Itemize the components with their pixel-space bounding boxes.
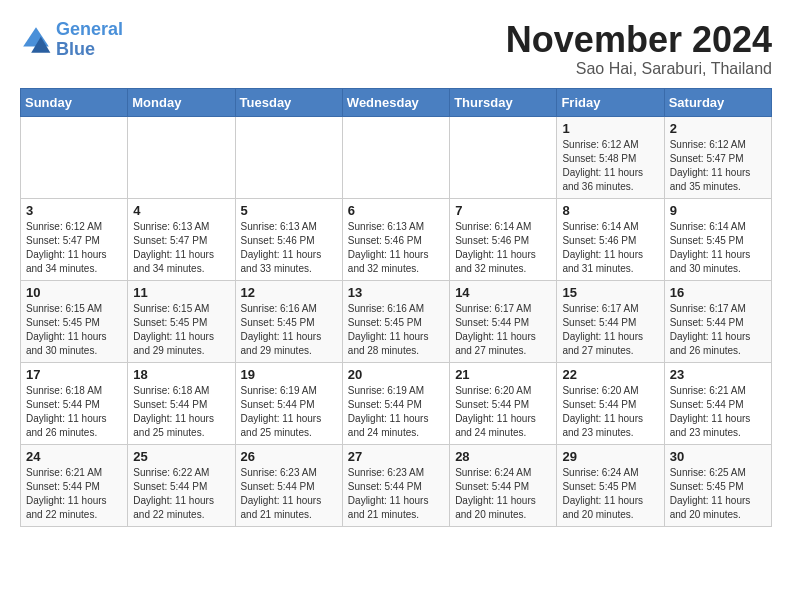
day-number: 5 (241, 203, 337, 218)
logo-line2: Blue (56, 39, 95, 59)
day-number: 20 (348, 367, 444, 382)
day-number: 7 (455, 203, 551, 218)
week-row-5: 24Sunrise: 6:21 AM Sunset: 5:44 PM Dayli… (21, 444, 772, 526)
day-number: 12 (241, 285, 337, 300)
day-number: 6 (348, 203, 444, 218)
day-info: Sunrise: 6:23 AM Sunset: 5:44 PM Dayligh… (241, 466, 337, 522)
day-info: Sunrise: 6:19 AM Sunset: 5:44 PM Dayligh… (348, 384, 444, 440)
calendar-cell: 22Sunrise: 6:20 AM Sunset: 5:44 PM Dayli… (557, 362, 664, 444)
title-area: November 2024 Sao Hai, Saraburi, Thailan… (506, 20, 772, 78)
calendar-cell: 9Sunrise: 6:14 AM Sunset: 5:45 PM Daylig… (664, 198, 771, 280)
day-info: Sunrise: 6:23 AM Sunset: 5:44 PM Dayligh… (348, 466, 444, 522)
day-info: Sunrise: 6:17 AM Sunset: 5:44 PM Dayligh… (455, 302, 551, 358)
day-number: 17 (26, 367, 122, 382)
day-info: Sunrise: 6:12 AM Sunset: 5:48 PM Dayligh… (562, 138, 658, 194)
calendar-cell: 4Sunrise: 6:13 AM Sunset: 5:47 PM Daylig… (128, 198, 235, 280)
day-number: 13 (348, 285, 444, 300)
calendar-cell: 11Sunrise: 6:15 AM Sunset: 5:45 PM Dayli… (128, 280, 235, 362)
calendar-cell: 16Sunrise: 6:17 AM Sunset: 5:44 PM Dayli… (664, 280, 771, 362)
day-info: Sunrise: 6:15 AM Sunset: 5:45 PM Dayligh… (133, 302, 229, 358)
logo-line1: General (56, 19, 123, 39)
weekday-header-friday: Friday (557, 88, 664, 116)
day-info: Sunrise: 6:22 AM Sunset: 5:44 PM Dayligh… (133, 466, 229, 522)
weekday-header-sunday: Sunday (21, 88, 128, 116)
header: General Blue November 2024 Sao Hai, Sara… (20, 20, 772, 78)
day-info: Sunrise: 6:13 AM Sunset: 5:46 PM Dayligh… (241, 220, 337, 276)
calendar-cell: 1Sunrise: 6:12 AM Sunset: 5:48 PM Daylig… (557, 116, 664, 198)
calendar-cell: 18Sunrise: 6:18 AM Sunset: 5:44 PM Dayli… (128, 362, 235, 444)
day-info: Sunrise: 6:24 AM Sunset: 5:44 PM Dayligh… (455, 466, 551, 522)
day-number: 22 (562, 367, 658, 382)
week-row-1: 1Sunrise: 6:12 AM Sunset: 5:48 PM Daylig… (21, 116, 772, 198)
logo-text: General Blue (56, 20, 123, 60)
day-number: 21 (455, 367, 551, 382)
calendar-cell: 7Sunrise: 6:14 AM Sunset: 5:46 PM Daylig… (450, 198, 557, 280)
day-info: Sunrise: 6:17 AM Sunset: 5:44 PM Dayligh… (670, 302, 766, 358)
day-number: 26 (241, 449, 337, 464)
calendar-cell: 23Sunrise: 6:21 AM Sunset: 5:44 PM Dayli… (664, 362, 771, 444)
calendar-cell: 10Sunrise: 6:15 AM Sunset: 5:45 PM Dayli… (21, 280, 128, 362)
day-info: Sunrise: 6:14 AM Sunset: 5:45 PM Dayligh… (670, 220, 766, 276)
day-info: Sunrise: 6:16 AM Sunset: 5:45 PM Dayligh… (241, 302, 337, 358)
weekday-header-monday: Monday (128, 88, 235, 116)
calendar-cell: 6Sunrise: 6:13 AM Sunset: 5:46 PM Daylig… (342, 198, 449, 280)
weekday-header-tuesday: Tuesday (235, 88, 342, 116)
day-info: Sunrise: 6:18 AM Sunset: 5:44 PM Dayligh… (26, 384, 122, 440)
calendar-table: SundayMondayTuesdayWednesdayThursdayFrid… (20, 88, 772, 527)
calendar-cell: 8Sunrise: 6:14 AM Sunset: 5:46 PM Daylig… (557, 198, 664, 280)
calendar-cell: 13Sunrise: 6:16 AM Sunset: 5:45 PM Dayli… (342, 280, 449, 362)
day-number: 10 (26, 285, 122, 300)
week-row-4: 17Sunrise: 6:18 AM Sunset: 5:44 PM Dayli… (21, 362, 772, 444)
day-number: 27 (348, 449, 444, 464)
day-number: 24 (26, 449, 122, 464)
weekday-header-row: SundayMondayTuesdayWednesdayThursdayFrid… (21, 88, 772, 116)
calendar-cell: 20Sunrise: 6:19 AM Sunset: 5:44 PM Dayli… (342, 362, 449, 444)
svg-marker-0 (23, 27, 49, 46)
calendar-cell: 17Sunrise: 6:18 AM Sunset: 5:44 PM Dayli… (21, 362, 128, 444)
calendar-cell (450, 116, 557, 198)
calendar-cell: 25Sunrise: 6:22 AM Sunset: 5:44 PM Dayli… (128, 444, 235, 526)
day-number: 15 (562, 285, 658, 300)
day-number: 4 (133, 203, 229, 218)
day-info: Sunrise: 6:18 AM Sunset: 5:44 PM Dayligh… (133, 384, 229, 440)
day-info: Sunrise: 6:17 AM Sunset: 5:44 PM Dayligh… (562, 302, 658, 358)
day-number: 28 (455, 449, 551, 464)
day-info: Sunrise: 6:19 AM Sunset: 5:44 PM Dayligh… (241, 384, 337, 440)
day-info: Sunrise: 6:14 AM Sunset: 5:46 PM Dayligh… (562, 220, 658, 276)
week-row-3: 10Sunrise: 6:15 AM Sunset: 5:45 PM Dayli… (21, 280, 772, 362)
day-number: 1 (562, 121, 658, 136)
day-number: 8 (562, 203, 658, 218)
calendar-cell: 27Sunrise: 6:23 AM Sunset: 5:44 PM Dayli… (342, 444, 449, 526)
day-number: 11 (133, 285, 229, 300)
calendar-cell (128, 116, 235, 198)
day-info: Sunrise: 6:21 AM Sunset: 5:44 PM Dayligh… (670, 384, 766, 440)
day-number: 16 (670, 285, 766, 300)
calendar-cell: 28Sunrise: 6:24 AM Sunset: 5:44 PM Dayli… (450, 444, 557, 526)
day-number: 18 (133, 367, 229, 382)
calendar-cell: 29Sunrise: 6:24 AM Sunset: 5:45 PM Dayli… (557, 444, 664, 526)
calendar-cell: 14Sunrise: 6:17 AM Sunset: 5:44 PM Dayli… (450, 280, 557, 362)
day-number: 25 (133, 449, 229, 464)
calendar-cell: 21Sunrise: 6:20 AM Sunset: 5:44 PM Dayli… (450, 362, 557, 444)
day-number: 9 (670, 203, 766, 218)
calendar-cell (235, 116, 342, 198)
day-info: Sunrise: 6:14 AM Sunset: 5:46 PM Dayligh… (455, 220, 551, 276)
calendar-cell: 15Sunrise: 6:17 AM Sunset: 5:44 PM Dayli… (557, 280, 664, 362)
day-info: Sunrise: 6:20 AM Sunset: 5:44 PM Dayligh… (455, 384, 551, 440)
day-number: 14 (455, 285, 551, 300)
location-title: Sao Hai, Saraburi, Thailand (506, 60, 772, 78)
day-info: Sunrise: 6:12 AM Sunset: 5:47 PM Dayligh… (670, 138, 766, 194)
day-number: 2 (670, 121, 766, 136)
day-info: Sunrise: 6:20 AM Sunset: 5:44 PM Dayligh… (562, 384, 658, 440)
day-info: Sunrise: 6:15 AM Sunset: 5:45 PM Dayligh… (26, 302, 122, 358)
weekday-header-saturday: Saturday (664, 88, 771, 116)
day-info: Sunrise: 6:25 AM Sunset: 5:45 PM Dayligh… (670, 466, 766, 522)
day-number: 3 (26, 203, 122, 218)
day-info: Sunrise: 6:24 AM Sunset: 5:45 PM Dayligh… (562, 466, 658, 522)
weekday-header-thursday: Thursday (450, 88, 557, 116)
calendar-cell: 3Sunrise: 6:12 AM Sunset: 5:47 PM Daylig… (21, 198, 128, 280)
weekday-header-wednesday: Wednesday (342, 88, 449, 116)
day-info: Sunrise: 6:13 AM Sunset: 5:46 PM Dayligh… (348, 220, 444, 276)
calendar-cell (342, 116, 449, 198)
logo: General Blue (20, 20, 123, 60)
